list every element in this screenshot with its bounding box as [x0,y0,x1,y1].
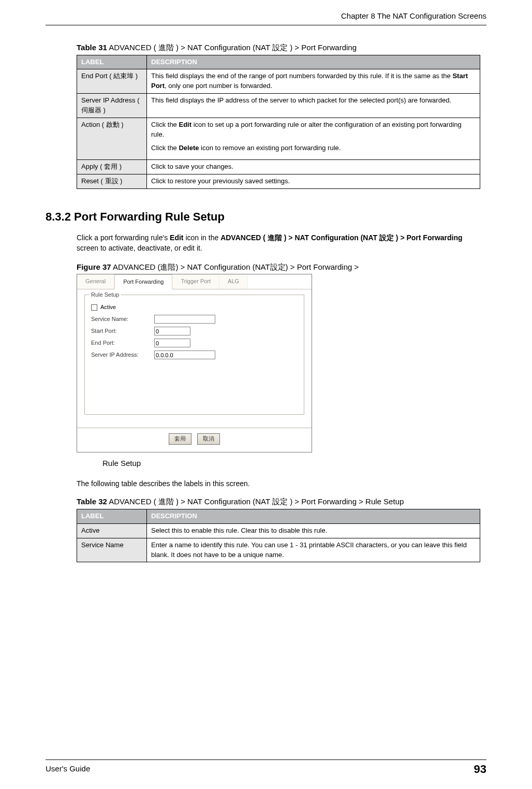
table31: LABEL DESCRIPTION End Port ( 結束埠 ) This … [77,55,480,189]
table32-th-label: LABEL [77,509,147,523]
running-header: Chapter 8 The NAT Configuration Screens [46,10,486,25]
table-row: Server IP Address ( 伺服器 ) This field dis… [77,94,480,118]
cell-label: Action ( 啟動 ) [77,118,147,160]
cell-label: Apply ( 套用 ) [77,160,147,174]
cell-label: Server IP Address ( 伺服器 ) [77,94,147,118]
footer-left: User's Guide [46,763,90,778]
cell-label: Reset ( 重設 ) [77,174,147,189]
table-row: End Port ( 結束埠 ) This field displays the… [77,69,480,94]
cell-desc: Select this to enable this rule. Clear t… [147,523,480,538]
table31-th-label: LABEL [77,55,147,69]
cell-label: Service Name [77,538,147,562]
apply-button[interactable]: 套用 [169,433,191,445]
cell-desc: Click the Edit icon to set up a port for… [147,118,480,160]
figure37-num: Figure 37 [77,262,111,271]
table-row: Reset ( 重設 ) Click to restore your previ… [77,174,480,189]
service-name-label: Service Name: [91,315,154,324]
cell-desc: Click to save your changes. [147,160,480,174]
table-intro-paragraph: The following table describes the labels… [77,478,480,489]
table32-caption: Table 32 ADVANCED ( 進階 ) > NAT Configura… [77,496,486,507]
row-end-port: End Port: [91,339,298,347]
start-port-label: Start Port: [91,327,154,335]
cell-desc: This field displays the end of the range… [147,69,480,94]
rule-setup-fieldset: Rule Setup Active Service Name: Start Po… [84,295,304,415]
tab-trigger-port[interactable]: Trigger Port [172,274,219,289]
cell-desc: This field displays the IP address of th… [147,94,480,118]
table-row: Action ( 啟動 ) Click the Edit icon to set… [77,118,480,160]
cell-label: End Port ( 結束埠 ) [77,69,147,94]
fieldset-legend: Rule Setup [89,291,121,299]
intro-paragraph: Click a port forwarding rule's Edit icon… [77,232,480,254]
page-footer: User's Guide 93 [46,759,486,778]
tab-port-forwarding[interactable]: Port Forwarding [114,274,172,289]
cell-desc: Enter a name to identify this rule. You … [147,538,480,562]
table32: LABEL DESCRIPTION Active Select this to … [77,509,480,562]
page-number: 93 [474,761,486,778]
section-heading: 8.3.2 Port Forwarding Rule Setup [46,209,486,225]
table-row: Apply ( 套用 ) Click to save your changes. [77,160,480,174]
table32-th-desc: DESCRIPTION [147,509,480,523]
row-start-port: Start Port: [91,327,298,335]
table31-caption-num: Table 31 [77,43,107,52]
server-ip-input[interactable] [154,350,215,359]
end-port-input[interactable] [154,339,190,347]
table31-caption: Table 31 ADVANCED ( 進階 ) > NAT Configura… [77,42,486,53]
server-ip-label: Server IP Address: [91,351,154,359]
cell-desc: Click to restore your previously saved s… [147,174,480,189]
table-row: Service Name Enter a name to identify th… [77,538,480,562]
end-port-label: End Port: [91,339,154,347]
table-row: Active Select this to enable this rule. … [77,523,480,538]
table31-caption-text: ADVANCED ( 進階 ) > NAT Configuration (NAT… [107,43,357,52]
table31-th-desc: DESCRIPTION [147,55,480,69]
row-server-ip: Server IP Address: [91,350,298,359]
active-checkbox[interactable] [91,304,97,311]
tab-alg[interactable]: ALG [219,274,248,289]
tab-general[interactable]: General [77,274,114,289]
figure37-text: ADVANCED (進階) > NAT Configuration (NAT設定… [111,262,359,271]
cell-label: Active [77,523,147,538]
figure37-subcaption: Rule Setup [102,458,486,469]
tab-strip: General Port Forwarding Trigger Port ALG [77,274,312,289]
start-port-input[interactable] [154,327,190,335]
active-label: Active [100,303,116,312]
port-forwarding-rule-setup-window: General Port Forwarding Trigger Port ALG… [77,274,312,452]
table32-caption-num: Table 32 [77,497,107,506]
row-service-name: Service Name: [91,315,298,324]
ui-footer: 套用 取消 [77,428,312,445]
row-active: Active [91,303,298,312]
figure37-caption: Figure 37 ADVANCED (進階) > NAT Configurat… [77,261,486,273]
service-name-input[interactable] [154,315,215,324]
table32-caption-text: ADVANCED ( 進階 ) > NAT Configuration (NAT… [107,497,404,506]
cancel-button[interactable]: 取消 [197,433,220,445]
